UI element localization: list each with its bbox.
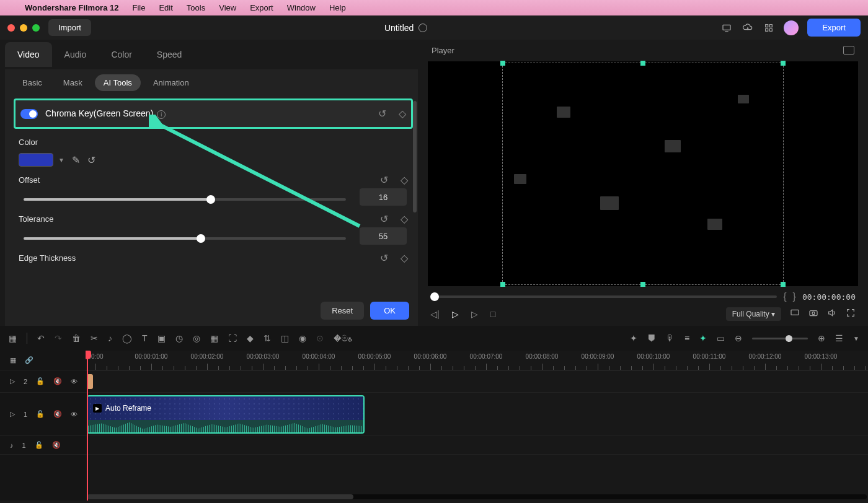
lock-icon[interactable]: 🔓 (36, 410, 45, 418)
mixer-icon[interactable]: ≡ (684, 333, 689, 343)
keyframe-chroma-icon[interactable]: ◇ (399, 108, 406, 120)
fullscreen-icon[interactable] (846, 308, 856, 320)
shield-icon[interactable]: ⛊ (647, 333, 656, 343)
app-name[interactable]: Wondershare Filmora 12 (25, 3, 118, 12)
time-ruler[interactable]: 00:0000:00:01:0000:00:02:0000:00:03:0000… (86, 351, 868, 370)
track-header-v1[interactable]: ▷1🔓🔇👁 (0, 393, 86, 436)
play-icon[interactable]: ▷ (452, 309, 459, 319)
monitor-icon[interactable] (843, 46, 854, 55)
visible-icon[interactable]: 👁 (71, 411, 78, 418)
delete-icon[interactable]: 🗑 (72, 333, 81, 343)
view-chevron-icon[interactable]: ▼ (853, 335, 859, 342)
next-frame-icon[interactable]: ▷ (471, 309, 478, 319)
text-icon[interactable]: T (142, 333, 148, 343)
mark-out-icon[interactable]: } (793, 291, 796, 302)
scrub-slider[interactable] (430, 295, 777, 298)
video-track-2[interactable] (86, 370, 868, 393)
tag-icon[interactable]: ◯ (122, 333, 132, 343)
eyedropper-icon[interactable]: ✎ (72, 154, 80, 166)
keyframe-offset-icon[interactable]: ◇ (401, 174, 408, 186)
import-button[interactable]: Import (48, 19, 91, 36)
timeline-scrollbar[interactable] (87, 494, 867, 499)
split-icon[interactable]: ◫ (281, 333, 289, 343)
timeline-tracks[interactable]: 00:0000:00:01:0000:00:02:0000:00:03:0000… (86, 351, 868, 501)
menu-help[interactable]: Help (329, 3, 346, 12)
audio-tool-icon[interactable]: �මة (334, 333, 352, 344)
audio-track-1[interactable] (86, 436, 868, 455)
menu-export[interactable]: Export (250, 3, 273, 12)
info-icon[interactable]: i (157, 110, 166, 119)
color-icon[interactable]: ◎ (193, 333, 200, 343)
render-icon[interactable]: ✦ (630, 333, 637, 343)
lock-icon[interactable]: 🔓 (35, 441, 43, 449)
volume-icon[interactable] (827, 308, 837, 320)
quality-selector[interactable]: Full Quality ▾ (726, 307, 781, 321)
display-icon[interactable] (790, 308, 800, 320)
zoom-out-icon[interactable]: ⊖ (735, 333, 742, 343)
redo-icon[interactable]: ↷ (55, 333, 62, 343)
mark-in-icon[interactable]: { (783, 291, 786, 302)
chevron-down-icon[interactable]: ▼ (58, 157, 64, 164)
offset-value[interactable]: 16 (360, 188, 407, 206)
chroma-key-toggle[interactable] (20, 109, 38, 119)
mute-icon[interactable]: 🔇 (52, 441, 61, 449)
link-icon[interactable]: ▭ (717, 333, 725, 343)
reset-button[interactable]: Reset (321, 302, 364, 320)
screenshot-icon[interactable]: ▦ (210, 333, 218, 343)
crop-icon[interactable]: ▣ (157, 333, 166, 343)
expand-icon[interactable]: ⛶ (228, 333, 237, 343)
subtab-basic[interactable]: Basic (14, 74, 51, 91)
track-header-v2[interactable]: ▷2🔓🔇👁 (0, 370, 86, 393)
keyframe-tool-icon[interactable]: ◉ (299, 333, 306, 343)
visible-icon[interactable]: 👁 (71, 378, 78, 385)
menu-tools[interactable]: Tools (187, 3, 205, 12)
tolerance-slider[interactable] (24, 237, 346, 240)
tolerance-value[interactable]: 55 (360, 227, 407, 245)
device-icon[interactable] (720, 23, 733, 33)
panel-scrollbar[interactable] (413, 101, 417, 212)
user-avatar[interactable] (784, 20, 799, 35)
keyframe-tolerance-icon[interactable]: ◇ (401, 213, 408, 225)
layout-icon[interactable]: ▦ (9, 333, 17, 343)
menu-edit[interactable]: Edit (159, 3, 172, 12)
adjust-icon[interactable]: ⇅ (264, 333, 271, 343)
menu-file[interactable]: File (132, 3, 145, 12)
tab-color[interactable]: Color (99, 42, 144, 67)
cloud-download-icon[interactable] (742, 23, 754, 33)
tab-video[interactable]: Video (5, 42, 52, 67)
color-swatch[interactable] (19, 153, 53, 167)
reset-edge-icon[interactable]: ↺ (380, 252, 388, 264)
view-mode-icon[interactable]: ☰ (835, 333, 843, 343)
preview-viewport[interactable] (428, 61, 858, 286)
maximize-icon[interactable] (32, 24, 40, 32)
cloud-sync-icon[interactable] (418, 24, 427, 32)
menu-window[interactable]: Window (287, 3, 316, 12)
mic-icon[interactable]: 🎙 (666, 333, 675, 343)
subtab-animation[interactable]: Animation (144, 74, 198, 91)
offset-slider[interactable] (24, 198, 346, 201)
close-icon[interactable] (7, 24, 15, 32)
stop-icon[interactable]: □ (490, 309, 495, 319)
video-track-1[interactable]: ▶ Auto Reframe (86, 393, 868, 436)
tab-audio[interactable]: Audio (52, 42, 99, 67)
selection-box[interactable] (502, 63, 784, 285)
minimize-icon[interactable] (20, 24, 27, 32)
tab-speed[interactable]: Speed (144, 42, 194, 67)
zoom-in-icon[interactable]: ⊕ (818, 333, 825, 343)
clip-main[interactable]: ▶ Auto Reframe (87, 395, 365, 434)
music-icon[interactable]: ♪ (108, 333, 112, 343)
mute-icon[interactable]: 🔇 (53, 377, 62, 385)
track-header-a1[interactable]: ♪1🔓🔇 (0, 436, 86, 455)
keyframe-edge-icon[interactable]: ◇ (401, 252, 408, 264)
zoom-slider[interactable] (752, 338, 808, 339)
undo-icon[interactable]: ↶ (37, 333, 45, 343)
ok-button[interactable]: OK (370, 302, 409, 320)
reset-chroma-icon[interactable]: ↺ (378, 108, 386, 120)
reset-color-icon[interactable]: ↺ (87, 154, 95, 166)
lock-icon[interactable]: 🔓 (36, 377, 45, 385)
reset-tolerance-icon[interactable]: ↺ (380, 213, 388, 225)
marker-icon[interactable]: ⊙ (316, 333, 324, 343)
subtab-ai-tools[interactable]: AI Tools (95, 74, 141, 91)
enhance-icon[interactable]: ✦ (699, 333, 707, 343)
playhead[interactable] (87, 351, 88, 501)
